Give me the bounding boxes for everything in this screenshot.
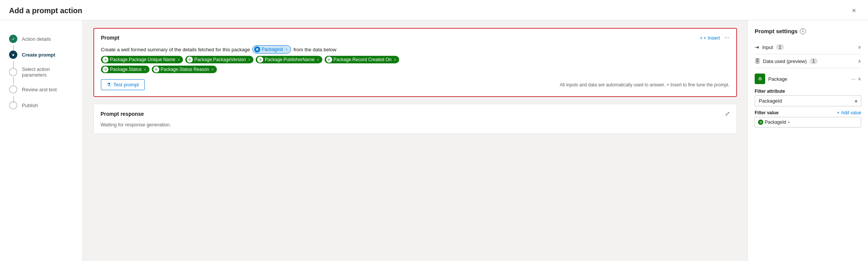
data-used-section[interactable]: 🗄 Data used (preview) 1 ∧ bbox=[755, 54, 861, 68]
test-prompt-label: Test prompt bbox=[113, 82, 139, 88]
input-chevron: ∨ bbox=[858, 45, 861, 50]
field-token-5[interactable]: ⚙ Package.Status Reason × bbox=[152, 66, 217, 73]
prompt-card: Prompt + + Insert ··· Create a well form… bbox=[93, 28, 737, 97]
data-item-more-button[interactable]: ··· bbox=[851, 76, 856, 82]
filter-token-close[interactable]: × bbox=[788, 120, 790, 124]
package-db-icon: ⚙ bbox=[755, 74, 765, 84]
field-token-4[interactable]: ⚙ Package.Status × bbox=[101, 66, 149, 73]
data-item-actions: ··· ∧ bbox=[851, 76, 861, 82]
field-token-icon-4: ⚙ bbox=[102, 66, 108, 72]
database-icon: 🗄 bbox=[755, 58, 760, 64]
step-label-select-action-parameters: Select action parameters bbox=[22, 66, 73, 78]
filter-attribute-select-wrapper: PackageId bbox=[755, 95, 861, 106]
add-value-text: Add value bbox=[841, 110, 861, 115]
field-token-icon-2: ⚙ bbox=[257, 57, 263, 63]
panel-title-label: Prompt settings bbox=[755, 28, 798, 34]
expand-button[interactable]: ⤢ bbox=[725, 110, 730, 117]
input-section[interactable]: ⇥ Input 1 ∨ bbox=[755, 40, 861, 54]
add-value-plus-icon: + bbox=[837, 110, 840, 115]
panel-title: Prompt settings i bbox=[755, 28, 861, 34]
data-item-name: Package bbox=[768, 76, 787, 82]
field-token-label-1: Package.PackageVersion bbox=[194, 57, 246, 62]
data-item-package: ⚙ Package ··· ∧ bbox=[755, 74, 861, 84]
data-item-collapse-button[interactable]: ∧ bbox=[858, 76, 861, 81]
input-token-label: PackageId bbox=[262, 47, 283, 52]
field-token-1[interactable]: ⚙ Package.PackageVersion × bbox=[185, 56, 253, 63]
plus-icon: + bbox=[700, 35, 703, 41]
data-used-badge: 1 bbox=[810, 58, 818, 64]
field-token-close-0[interactable]: × bbox=[177, 57, 180, 62]
step-circle-inactive-2 bbox=[9, 85, 17, 94]
step-review-and-test[interactable]: Review and test bbox=[9, 81, 73, 97]
field-token-icon-1: ⚙ bbox=[187, 57, 193, 63]
field-token-label-4: Package.Status bbox=[110, 67, 142, 72]
step-label-action-details: Action details bbox=[22, 36, 51, 42]
field-token-close-2[interactable]: × bbox=[317, 57, 319, 62]
filter-attribute-label: Filter attribute bbox=[755, 89, 861, 94]
test-prompt-button[interactable]: ⚗ Test prompt bbox=[101, 79, 145, 90]
prompt-card-header: Prompt + + Insert ··· bbox=[101, 35, 729, 41]
field-token-label-5: Package.Status Reason bbox=[161, 67, 209, 72]
field-token-0[interactable]: ⚙ Package.Package Unique Name × bbox=[101, 56, 183, 63]
right-panel: Prompt settings i ⇥ Input 1 ∨ 🗄 Data use… bbox=[747, 20, 868, 261]
field-token-icon-0: ⚙ bbox=[102, 57, 108, 63]
field-token-close-5[interactable]: × bbox=[211, 67, 214, 72]
close-button[interactable]: × bbox=[849, 5, 859, 16]
field-token-3[interactable]: ⚙ Package.Record Created On × bbox=[325, 56, 400, 63]
main-content: ✓ Action details ● Create prompt Select … bbox=[0, 20, 868, 261]
waiting-text: Waiting for response generation. bbox=[101, 122, 171, 127]
step-create-prompt[interactable]: ● Create prompt bbox=[9, 47, 73, 63]
field-token-icon-5: ⚙ bbox=[153, 66, 159, 72]
input-section-label: ⇥ Input 1 bbox=[755, 44, 784, 50]
input-token-close[interactable]: × bbox=[285, 47, 288, 52]
filter-value-row: Filter value + Add value bbox=[755, 110, 861, 115]
response-card: Prompt response ⤢ Waiting for response g… bbox=[93, 104, 737, 134]
data-used-label: 🗄 Data used (preview) 1 bbox=[755, 58, 818, 64]
field-token-close-1[interactable]: × bbox=[248, 57, 250, 62]
step-circle-inactive bbox=[9, 68, 17, 76]
step-circle-completed: ✓ bbox=[9, 35, 17, 43]
step-select-action-parameters[interactable]: Select action parameters bbox=[9, 63, 73, 81]
filter-attribute-select[interactable]: PackageId bbox=[755, 95, 861, 106]
step-publish[interactable]: Publish bbox=[9, 97, 73, 113]
stepper: ✓ Action details ● Create prompt Select … bbox=[0, 20, 83, 261]
dialog-title: Add a prompt action bbox=[9, 6, 82, 15]
step-label-create-prompt: Create prompt bbox=[22, 52, 55, 58]
input-label: Input bbox=[762, 45, 773, 50]
step-circle-inactive-3 bbox=[9, 101, 17, 109]
prompt-text-suffix: from the data below bbox=[293, 47, 336, 52]
step-action-details[interactable]: ✓ Action details bbox=[9, 31, 73, 47]
add-value-button[interactable]: + Add value bbox=[837, 110, 861, 115]
field-token-label-0: Package.Package Unique Name bbox=[110, 57, 175, 62]
filter-token-label: PackageId bbox=[765, 120, 786, 125]
filter-value-label: Filter value bbox=[755, 110, 778, 115]
data-used-chevron: ∧ bbox=[858, 58, 861, 64]
field-token-label-3: Package.Record Created On bbox=[334, 57, 392, 62]
data-section-expanded: ⚙ Package ··· ∧ Filter attribute Package… bbox=[755, 68, 861, 127]
info-icon: i bbox=[800, 28, 806, 34]
prompt-more-button[interactable]: ··· bbox=[725, 35, 729, 41]
field-token-icon-3: ⚙ bbox=[326, 57, 332, 63]
prompt-text-prefix: Create a well formed summary of the deta… bbox=[101, 47, 250, 52]
prompt-line-1: Create a well formed summary of the deta… bbox=[101, 45, 729, 54]
prompt-card-title: Prompt bbox=[101, 35, 119, 41]
filter-value-box: ⚙ PackageId × bbox=[755, 117, 861, 127]
input-token[interactable]: ⊕ PackageId × bbox=[252, 45, 291, 54]
insert-button[interactable]: + + Insert bbox=[700, 35, 720, 41]
prompt-tokens-row-1: ⚙ Package.Package Unique Name × ⚙ Packag… bbox=[101, 56, 729, 63]
filter-attribute-section: Filter attribute PackageId bbox=[755, 89, 861, 106]
test-hint: All inputs and data are automatically us… bbox=[560, 82, 729, 88]
center-content: Prompt + + Insert ··· Create a well form… bbox=[83, 20, 747, 261]
filter-value-token[interactable]: ⚙ PackageId × bbox=[758, 120, 790, 125]
data-used-text: Data used (preview) bbox=[763, 58, 807, 64]
field-token-close-3[interactable]: × bbox=[394, 57, 396, 62]
filter-token-icon: ⚙ bbox=[758, 120, 763, 125]
input-badge: 1 bbox=[776, 44, 784, 50]
token-icon-input: ⊕ bbox=[254, 46, 260, 52]
field-token-2[interactable]: ⚙ Package.PublisherName × bbox=[256, 56, 322, 63]
field-token-close-4[interactable]: × bbox=[144, 67, 146, 72]
flask-icon: ⚗ bbox=[107, 82, 111, 88]
prompt-footer: ⚗ Test prompt All inputs and data are au… bbox=[101, 75, 729, 90]
input-arrow-icon: ⇥ bbox=[755, 44, 759, 50]
step-label-review-and-test: Review and test bbox=[22, 87, 57, 92]
